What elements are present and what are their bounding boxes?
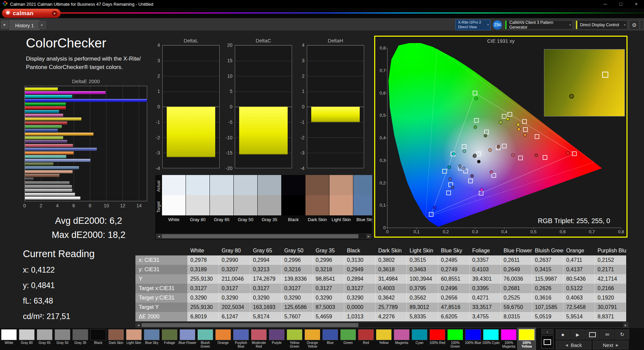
table-cell: 0,3562 [407,293,438,303]
patch-column: Black [282,175,305,228]
table-cell: 0,3802 [376,255,407,265]
x-tick-label: 4 [56,203,59,208]
table-cell: 0,2996 [282,255,313,265]
swatch-color [501,329,517,340]
patch-column: White [162,175,186,228]
pattern-swatch-100-yellow[interactable]: 100% Yellow [518,328,536,350]
pattern-swatch-dark-skin[interactable]: Dark Skin [107,328,125,350]
table-cell: 25,7789 [376,303,407,312]
pattern-swatch-blue-sky[interactable]: Blue Sky [143,328,161,350]
next-button[interactable]: Next ▶ [593,341,629,349]
table-cell: 1,0313 [344,312,376,321]
svg-text:0,4: 0,4 [501,229,507,234]
pattern-swatch-100-magenta[interactable]: 100% Magenta [500,328,518,350]
pattern-generator-selector[interactable]: CalMAN Client 3 Pattern Generator ▾ [505,21,573,29]
capture-button[interactable] [585,329,600,340]
svg-text:0,7: 0,7 [589,229,595,234]
pattern-swatch-bluish-green[interactable]: Bluish Green [196,328,214,350]
pattern-swatch-100-blue[interactable]: 100% Blue [464,328,482,350]
meter-count-badge[interactable]: 234 [493,20,502,30]
y-tick-label: -2 [156,135,160,140]
swatch-label: Moderate Red [250,341,268,349]
add-tab-button[interactable]: + [38,21,46,29]
pattern-swatch-gray-50[interactable]: Gray 50 [54,328,71,350]
pattern-swatch-blue-flower[interactable]: Blue Flower [179,328,196,350]
calman-logo-menu[interactable]: calman ▾ [2,9,61,18]
swatch-color [269,329,285,340]
pattern-swatch-gray-80[interactable]: Gray 80 [18,328,36,350]
settings-gear-button[interactable]: ⚙ [629,20,639,30]
pattern-swatch-purple[interactable]: Purple [268,328,286,350]
table-cell: 5,0519 [532,312,564,321]
tab-bar: ▶ History 1 + X-Rite i1Pro 2 Direct View… [0,18,644,31]
close-button[interactable]: × [629,0,644,8]
play-button[interactable]: ▶ [571,329,585,340]
table-cell: 0,2894 [344,274,376,284]
pattern-swatch-moderate-red[interactable]: Moderate Red [250,328,268,350]
pattern-swatch-magenta[interactable]: Magenta [393,328,411,350]
pattern-swatch-blue[interactable]: Blue [321,328,339,350]
table-cell: 0,3395 [470,284,501,293]
pattern-swatch-orange[interactable]: Orange [214,328,232,350]
minimize-button[interactable]: ─ [598,0,613,8]
pattern-swatch-purplish-blue[interactable]: Purplish Blue [232,328,250,350]
scroll-left-icon[interactable]: ◀ [136,323,141,327]
target-swatch [234,195,257,215]
pattern-swatch-orange-yellow[interactable]: Orange Yellow [303,328,321,350]
layout-handle[interactable] [640,20,643,30]
y-tick-label: 2 [302,73,304,79]
maximize-button[interactable]: □ [613,0,629,8]
deltae2000-x-axis: 02468101214 [25,203,147,209]
pattern-swatch-100-green[interactable]: 100% Green [446,328,464,350]
scroll-right-icon[interactable]: ▶ [623,323,628,327]
swatch-label: 100% Magenta [500,341,518,349]
scroll-right-icon[interactable]: ▶ [366,234,371,239]
pattern-swatch-100-cyan[interactable]: 100% Cyan [482,328,500,350]
pattern-swatch-light-skin[interactable]: Light Skin [125,328,143,350]
collapse-pattern-bar-button[interactable]: ▲ [541,329,553,334]
deltae-bar [25,88,147,91]
pattern-swatch-black[interactable]: Black [89,328,107,350]
display-control-selector[interactable]: Direct Display Control ▾ [576,21,627,29]
swatch-color [108,329,124,340]
pattern-swatch-cyan[interactable]: Cyan [411,328,428,350]
y-tick-label: 0 [302,104,304,109]
calman-window: Calman 2021 Calman Ultimate for Business… [0,0,644,350]
pattern-swatch-100-red[interactable]: 100% Red [428,328,446,350]
table-cell: 0,4271 [470,293,501,303]
y-tick-label: -4 [156,166,160,171]
pattern-swatch-red[interactable]: Red [357,328,375,350]
pattern-swatch-yellow[interactable]: Yellow [375,328,393,350]
table-cell: 0,2485 [438,255,470,265]
pattern-swatch-yellow-green[interactable]: Yellow Green [286,328,303,350]
table-scrollbar[interactable]: ◀ ▶ [135,322,629,328]
pattern-window-button[interactable] [541,335,553,349]
pattern-swatch-gray-35[interactable]: Gray 35 [71,328,89,350]
column-header: Light Skin [407,246,438,255]
swatch-label: 100% Blue [465,341,481,349]
measurement-marker [488,148,491,151]
meter-selector[interactable]: X-Rite i1Pro 2 Direct View ▾ [455,20,490,30]
scroll-thumb[interactable] [162,234,358,238]
column-header: Blue Sky [438,246,470,255]
swatch-label: Red [363,341,369,349]
tab-history-1[interactable]: History 1 [9,20,39,30]
continuous-read-button[interactable]: ∞ [600,329,614,340]
scroll-left-icon[interactable]: ◀ [156,234,161,239]
deltaH-plot [307,45,364,168]
reread-button[interactable]: ↻ [615,329,629,340]
back-button[interactable]: ◀ Back [556,341,591,349]
table-cell: 0,2611 [501,255,532,265]
pattern-swatch-green[interactable]: Green [339,328,357,350]
scroll-thumb[interactable] [141,323,358,327]
patch-strip-scrollbar[interactable]: ◀ ▶ [156,234,372,239]
table-row: y: CIE310,31890,32070,32130,32160,32180,… [135,265,629,274]
pattern-swatch-white[interactable]: White [0,328,18,350]
table-cell: 80,5436 [564,274,595,284]
patch-label: Light Skin [329,215,353,224]
pattern-swatch-foliage[interactable]: Foliage [161,328,179,350]
svg-text:0,3: 0,3 [380,158,386,163]
history-panel-toggle[interactable]: ▶ [1,21,8,29]
stop-button[interactable]: ■ [556,329,570,340]
pattern-swatch-gray-65[interactable]: Gray 65 [36,328,54,350]
